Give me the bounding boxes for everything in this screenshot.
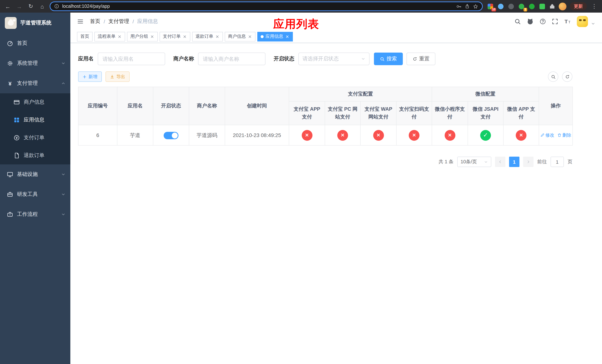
logo-avatar (5, 17, 17, 29)
status-toggle[interactable] (164, 132, 178, 139)
wechat-extension-icon[interactable] (528, 3, 535, 10)
sidebar-item-home[interactable]: 首页 (0, 33, 70, 53)
sidebar-item-app-info[interactable]: 应用信息 (0, 111, 70, 129)
password-key-icon[interactable] (456, 3, 462, 9)
breadcrumb-payment[interactable]: 支付管理 (108, 18, 129, 25)
help-icon[interactable] (539, 18, 546, 25)
browser-toolbar: ← → ↻ ⌂ localhost:1024/pay/app 10 1 更新 ⋮ (0, 0, 602, 13)
extension-dark-icon[interactable] (508, 3, 515, 10)
goto-suffix: 页 (568, 159, 572, 165)
tag-pay-order[interactable]: 支付订单 (160, 32, 190, 41)
wx-jsapi-enabled-icon: ✓ (480, 130, 491, 140)
font-size-icon[interactable] (564, 18, 571, 25)
browser-menu-icon[interactable]: ⋮ (590, 2, 598, 10)
github-icon[interactable] (527, 18, 534, 25)
close-icon[interactable] (183, 34, 187, 39)
col-created: 创建时间 (225, 87, 289, 125)
sidebar-item-label: 工作流程 (17, 211, 38, 218)
merchant-name-label: 商户名称 (173, 55, 194, 62)
close-icon[interactable] (248, 34, 252, 39)
merchant-name-input[interactable] (198, 53, 266, 65)
close-icon[interactable] (150, 34, 154, 39)
search-icon[interactable] (514, 18, 521, 25)
fullscreen-icon[interactable] (552, 18, 558, 25)
sidebar-item-infrastructure[interactable]: 基础设施 (0, 164, 70, 184)
add-button[interactable]: 新增 (78, 72, 102, 82)
extension-drop-icon[interactable] (497, 3, 504, 10)
plus-icon (83, 75, 87, 79)
tag-app-info[interactable]: 应用信息 (257, 32, 293, 41)
close-icon[interactable] (117, 34, 122, 39)
tag-label: 用户分组 (130, 33, 148, 40)
tag-process-form[interactable]: 流程表单 (94, 32, 125, 41)
reset-button[interactable]: 重置 (407, 53, 435, 65)
tag-merchant-info[interactable]: 商户信息 (225, 32, 256, 41)
page-size-select[interactable]: 10条/页 (457, 157, 491, 167)
url-bar[interactable]: localhost:1024/pay/app (50, 1, 483, 11)
home-icon[interactable]: ⌂ (38, 2, 46, 10)
extension-green-icon[interactable]: 1 (518, 3, 525, 10)
tag-label: 商户信息 (228, 33, 246, 40)
tag-refund-order[interactable]: 退款订单 (192, 32, 223, 41)
status-select[interactable]: 请选择开启状态 (298, 53, 369, 65)
close-icon[interactable] (285, 34, 290, 39)
reload-icon[interactable]: ↻ (27, 2, 35, 10)
forward-icon[interactable]: → (15, 2, 23, 10)
sidebar: 芋道管理系统 首页 系统管理 ¥ 支付管理 商户信息 (0, 13, 70, 364)
url-text[interactable]: localhost:1024/pay/app (62, 4, 453, 9)
sidebar-item-merchant-info[interactable]: 商户信息 (0, 93, 70, 111)
cell-app-name: 芋道 (117, 125, 153, 145)
yen-icon: ¥ (7, 80, 13, 87)
refresh-table-button[interactable] (562, 72, 572, 82)
toggle-search-button[interactable] (548, 72, 558, 82)
tag-home[interactable]: 首页 (77, 32, 93, 41)
goto-page-input[interactable] (550, 157, 564, 167)
search-icon (551, 74, 556, 79)
chevron-down-icon[interactable] (591, 21, 595, 26)
page-1-button[interactable]: 1 (509, 157, 519, 167)
sidebar-item-system[interactable]: 系统管理 (0, 53, 70, 73)
prev-page-button[interactable] (495, 157, 505, 167)
site-info-icon[interactable] (54, 4, 59, 9)
chat-extension-icon[interactable] (539, 3, 546, 10)
refresh-icon (412, 56, 417, 61)
trash-icon (557, 133, 562, 137)
chevron-left-icon (498, 160, 502, 164)
extension-colorful-icon[interactable]: 10 (487, 3, 494, 10)
col-alipay-qr: 支付宝扫码支付 (396, 101, 432, 125)
col-app-name: 应用名 (117, 87, 153, 125)
breadcrumb-home[interactable]: 首页 (90, 18, 100, 25)
share-icon[interactable] (465, 4, 470, 9)
col-wx-app: 微信 APP 支付 (503, 101, 539, 125)
chevron-down-icon (61, 61, 65, 65)
col-app-id: 应用编号 (78, 87, 117, 125)
update-button[interactable]: 更新 (570, 2, 587, 10)
reset-button-label: 重置 (419, 55, 430, 62)
tag-label: 支付订单 (163, 33, 181, 40)
sidebar-item-payment[interactable]: ¥ 支付管理 (0, 73, 70, 93)
app-name-input[interactable] (98, 53, 165, 65)
bookmark-star-icon[interactable] (473, 3, 478, 9)
user-avatar[interactable] (577, 16, 588, 27)
col-group-wechat: 微信配置 (432, 87, 539, 101)
edit-link[interactable]: 修改 (540, 132, 554, 139)
sidebar-item-devtools[interactable]: 研发工具 (0, 184, 70, 204)
browser-profile-avatar[interactable] (559, 2, 567, 10)
breadcrumb-separator: / (133, 19, 134, 24)
sidebar-item-workflow[interactable]: 工作流程 (0, 204, 70, 225)
delete-link[interactable]: 删除 (557, 132, 571, 139)
app-logo: 芋道管理系统 (0, 13, 70, 33)
next-page-button[interactable] (523, 157, 534, 167)
back-icon[interactable]: ← (4, 2, 12, 10)
sidebar-item-refund-order[interactable]: 退款订单 (0, 147, 70, 164)
sidebar-item-pay-order[interactable]: 支付订单 (0, 129, 70, 147)
breadcrumb: 首页 / 支付管理 / 应用信息 (90, 18, 158, 25)
search-button[interactable]: 搜索 (374, 53, 403, 65)
tag-user-group[interactable]: 用户分组 (127, 32, 158, 41)
collapse-sidebar-icon[interactable] (77, 18, 84, 25)
extensions-puzzle-icon[interactable] (549, 3, 555, 10)
app-title: 芋道管理系统 (20, 20, 52, 26)
chevron-down-icon (61, 212, 65, 217)
close-icon[interactable] (215, 34, 220, 39)
export-button[interactable]: 导出 (106, 72, 129, 82)
